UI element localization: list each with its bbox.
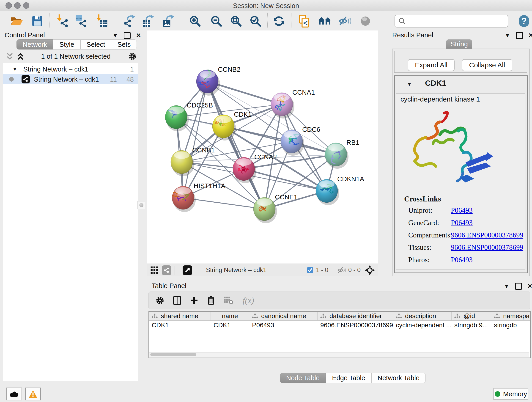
left-splitter-handle[interactable]: [138, 201, 145, 209]
column-header-shared-name[interactable]: shared name: [149, 312, 211, 320]
warnings-button[interactable]: [25, 388, 41, 400]
tab-network-table[interactable]: Network Table: [371, 373, 426, 383]
export-image-button[interactable]: [162, 14, 176, 28]
collection-expand-arrow-icon[interactable]: ▼: [12, 66, 17, 72]
help-button[interactable]: ?: [517, 14, 531, 28]
first-neighbors-button[interactable]: [318, 14, 331, 28]
control-panel-close-button[interactable]: ✕: [136, 32, 141, 39]
zoom-selected-region-button[interactable]: [249, 14, 262, 28]
network-node-RB1[interactable]: RB1: [325, 139, 359, 169]
network-edge[interactable]: [183, 81, 207, 198]
results-panel-close-button[interactable]: ✕: [528, 32, 532, 39]
detach-view-button[interactable]: [183, 265, 192, 275]
column-header-namespace[interactable]: namespace: [491, 312, 531, 320]
hide-selection-button[interactable]: [338, 14, 351, 28]
section-collapse-arrow-icon[interactable]: ▼: [407, 81, 412, 87]
tab-string[interactable]: String: [446, 39, 472, 49]
network-node-CCNB1[interactable]: CCNB1: [171, 147, 215, 176]
selected-count-checkbox-icon[interactable]: [307, 267, 313, 273]
network-canvas[interactable]: CCNB2CCNA1CDC25BCDK1CDC6RB1CCNB1CCNA2CDK…: [147, 31, 378, 264]
table-panel-float-button[interactable]: ▼: [504, 283, 510, 290]
network-graph: CCNB2CCNA1CDC25BCDK1CDC6RB1CCNB1CCNA2CDK…: [147, 31, 378, 264]
table-cell[interactable]: cyclin-dependent ...: [393, 322, 452, 329]
export-table-button[interactable]: [142, 14, 155, 28]
search-input[interactable]: [408, 17, 508, 25]
column-label: description: [405, 313, 436, 320]
apply-preferred-layout-button[interactable]: [272, 14, 285, 28]
network-collection-row[interactable]: ▼ String Network – cdk1 1: [3, 64, 138, 74]
open-session-button[interactable]: [10, 14, 24, 28]
show-columns-icon[interactable]: [172, 296, 182, 305]
delete-table-icon[interactable]: [223, 296, 234, 305]
show-all-button[interactable]: [359, 14, 372, 28]
create-column-plus-icon[interactable]: [190, 296, 199, 305]
shared-column-icon: [151, 313, 158, 319]
control-panel-float-button[interactable]: ▼: [112, 32, 118, 39]
results-panel-title: Results Panel: [392, 32, 433, 39]
export-network-button[interactable]: [123, 14, 137, 28]
table-options-gear-icon[interactable]: [155, 296, 165, 305]
table-panel-undock-button[interactable]: [515, 283, 522, 290]
network-node-CCNA1[interactable]: CCNA1: [271, 89, 315, 119]
table-cell[interactable]: stringdb: [491, 322, 531, 329]
network-node-CDC6[interactable]: CDC6: [281, 126, 320, 156]
delete-column-trash-icon[interactable]: [206, 295, 215, 306]
collapse-all-networks-icon[interactable]: [6, 52, 13, 60]
zoom-fit-content-button[interactable]: [229, 14, 243, 28]
results-panel-undock-button[interactable]: [516, 32, 523, 39]
table-row[interactable]: CDK1CDK1P064939606.ENSP00000378699cyclin…: [149, 321, 530, 330]
network-view-title: String Network – cdk1: [206, 267, 266, 274]
birdseye-share-icon[interactable]: [162, 265, 171, 275]
network-node-CDK1[interactable]: CDK1: [212, 111, 252, 140]
crosslink-link[interactable]: 9606.ENSP00000378699: [451, 231, 523, 239]
memory-button[interactable]: Memory: [494, 388, 528, 400]
create-network-from-selection-button[interactable]: [298, 14, 311, 28]
expand-all-button[interactable]: Expand All: [408, 59, 455, 71]
tab-edge-table[interactable]: Edge Table: [326, 373, 371, 383]
network-node-CCNB2[interactable]: CCNB2: [196, 66, 240, 96]
table-panel-close-button[interactable]: ✕: [527, 283, 532, 290]
save-session-button[interactable]: [31, 14, 44, 28]
collapse-all-button[interactable]: Collapse All: [462, 59, 512, 71]
import-network-from-file-button[interactable]: [56, 14, 69, 28]
table-cell[interactable]: 9606.ENSP00000378699: [317, 322, 393, 329]
table-cell[interactable]: stringdb:9...: [452, 322, 491, 329]
import-network-from-database-button[interactable]: [74, 14, 87, 28]
tab-select[interactable]: Select: [80, 39, 111, 50]
tab-network[interactable]: Network: [17, 39, 53, 50]
tab-style[interactable]: Style: [53, 39, 80, 50]
zoom-out-button[interactable]: [210, 14, 223, 28]
network-options-gear-icon[interactable]: [128, 52, 137, 61]
network-node-HIST1H1A[interactable]: HIST1H1A: [172, 182, 225, 212]
column-header-@id[interactable]: @id: [452, 312, 491, 320]
import-table-from-file-button[interactable]: [95, 14, 108, 28]
crosslink-link[interactable]: P06493: [451, 206, 473, 215]
table-cell[interactable]: P06493: [249, 322, 317, 329]
scrollbar-thumb[interactable]: [150, 353, 196, 356]
column-header-canonical-name[interactable]: canonical name: [249, 312, 317, 320]
crosslink-link[interactable]: 9606.ENSP00000378699: [451, 243, 523, 252]
network-row-selected[interactable]: String Network – cdk1 11 48: [3, 74, 138, 84]
column-header-name[interactable]: name: [211, 312, 249, 320]
expand-all-networks-icon[interactable]: [17, 52, 24, 60]
cloud-status-button[interactable]: [6, 388, 22, 400]
zoom-in-button[interactable]: [188, 14, 202, 28]
grid-view-icon[interactable]: [150, 266, 158, 274]
tab-node-table[interactable]: Node Table: [280, 373, 326, 383]
network-node-CDKN1A[interactable]: CDKN1A: [316, 175, 364, 205]
table-horizontal-scrollbar[interactable]: [149, 352, 529, 357]
results-panel-float-button[interactable]: ▼: [505, 32, 510, 39]
table-cell[interactable]: CDK1: [149, 322, 211, 329]
network-edge[interactable]: [207, 81, 264, 209]
column-label: database identifier: [329, 313, 382, 320]
crosshair-navigate-icon[interactable]: [365, 265, 375, 275]
crosslink-link[interactable]: P06493: [451, 219, 473, 227]
control-panel-undock-button[interactable]: [124, 32, 131, 39]
tab-sets[interactable]: Sets: [111, 39, 137, 50]
hidden-count-eye-icon: [337, 266, 346, 274]
function-builder-icon[interactable]: f(x): [243, 296, 254, 305]
crosslink-link[interactable]: P06493: [451, 256, 473, 264]
table-cell[interactable]: CDK1: [211, 322, 249, 329]
column-header-database-identifier[interactable]: database identifier: [317, 312, 393, 320]
column-header-description[interactable]: description: [393, 312, 452, 320]
